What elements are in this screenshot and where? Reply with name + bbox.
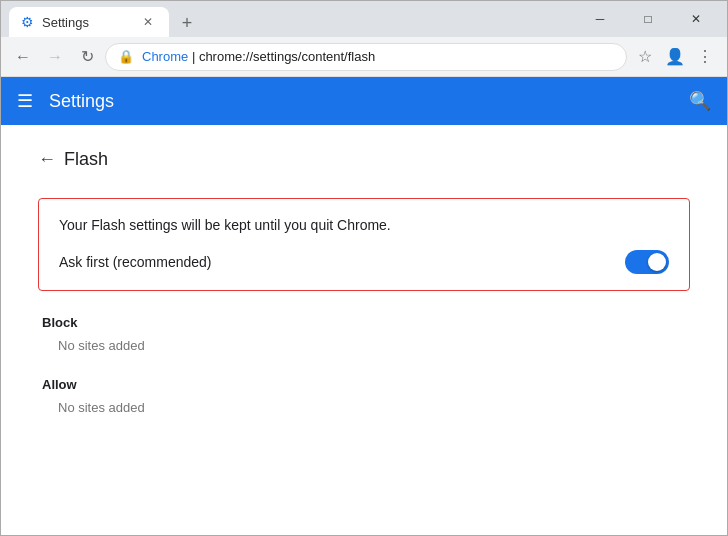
allow-section-header: Allow: [38, 377, 690, 392]
maximize-button[interactable]: □: [625, 4, 671, 34]
page-title: Flash: [64, 149, 108, 170]
forward-button[interactable]: →: [41, 43, 69, 71]
chrome-label: Chrome: [142, 49, 188, 64]
tab-close-button[interactable]: ✕: [139, 13, 157, 31]
menu-button[interactable]: ⋮: [691, 43, 719, 71]
flash-notice-text: Your Flash settings will be kept until y…: [59, 215, 669, 236]
title-bar: ⚙ Settings ✕ + ─ □ ✕: [1, 1, 727, 37]
toggle-slider: [625, 250, 669, 274]
hamburger-icon[interactable]: ☰: [17, 90, 33, 112]
new-tab-button[interactable]: +: [173, 9, 201, 37]
ask-first-toggle[interactable]: [625, 250, 669, 274]
content-area: ← Flash Your Flash settings will be kept…: [1, 125, 727, 535]
ask-first-toggle-row: Ask first (recommended): [59, 250, 669, 274]
browser-window: ⚙ Settings ✕ + ─ □ ✕ ← → ↻ 🔒 Chrome | ch…: [0, 0, 728, 536]
url-separator: |: [192, 49, 199, 64]
window-close-button[interactable]: ✕: [673, 4, 719, 34]
settings-header-title: Settings: [49, 91, 114, 112]
address-actions: ☆ 👤 ⋮: [631, 43, 719, 71]
profile-button[interactable]: 👤: [661, 43, 689, 71]
back-button[interactable]: ←: [9, 43, 37, 71]
lock-icon: 🔒: [118, 49, 134, 64]
active-tab[interactable]: ⚙ Settings ✕: [9, 7, 169, 37]
page-header: ← Flash: [38, 141, 690, 178]
tab-title: Settings: [42, 15, 89, 30]
address-bar: ← → ↻ 🔒 Chrome | chrome://settings/conte…: [1, 37, 727, 77]
tab-strip: ⚙ Settings ✕ +: [9, 1, 577, 37]
allow-empty-label: No sites added: [38, 400, 690, 415]
window-controls: ─ □ ✕: [577, 4, 719, 34]
url-text: Chrome | chrome://settings/content/flash: [142, 49, 614, 64]
bookmark-button[interactable]: ☆: [631, 43, 659, 71]
block-empty-label: No sites added: [38, 338, 690, 353]
toggle-label: Ask first (recommended): [59, 254, 211, 270]
reload-button[interactable]: ↻: [73, 43, 101, 71]
back-arrow-icon[interactable]: ←: [38, 149, 56, 170]
block-section-header: Block: [38, 315, 690, 330]
url-path: chrome://settings/content/flash: [199, 49, 375, 64]
flash-settings-card: Your Flash settings will be kept until y…: [38, 198, 690, 291]
minimize-button[interactable]: ─: [577, 4, 623, 34]
settings-header: ☰ Settings 🔍: [1, 77, 727, 125]
search-icon[interactable]: 🔍: [689, 90, 711, 112]
content-inner: ← Flash Your Flash settings will be kept…: [14, 125, 714, 455]
url-bar[interactable]: 🔒 Chrome | chrome://settings/content/fla…: [105, 43, 627, 71]
tab-settings-icon: ⚙: [21, 14, 34, 30]
